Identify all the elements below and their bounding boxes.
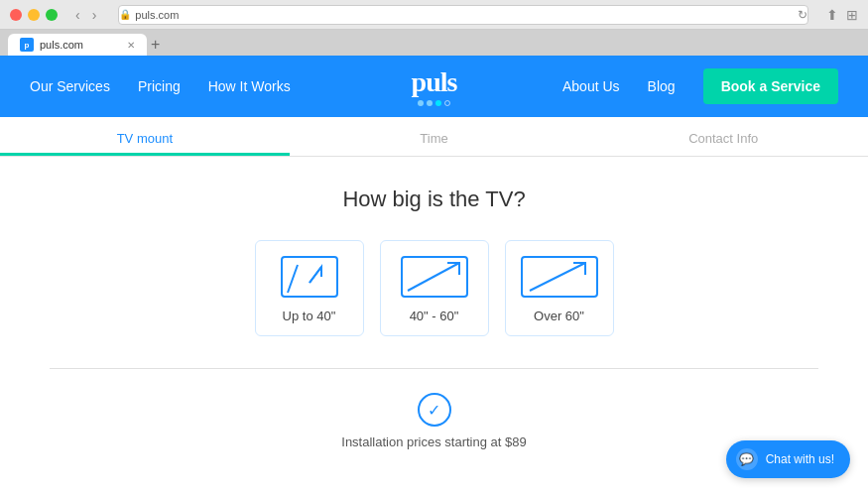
svg-line-1	[288, 265, 298, 293]
tv-option-medium[interactable]: 40" - 60"	[380, 240, 489, 336]
nav-links-right: About Us Blog Book a Service	[456, 68, 838, 104]
step-time[interactable]: Time	[290, 117, 579, 156]
divider	[50, 368, 818, 369]
close-button[interactable]	[10, 9, 22, 21]
chat-label: Chat with us!	[766, 452, 834, 466]
tab-close-button[interactable]: ✕	[127, 40, 135, 51]
chat-bubble-icon: 💬	[736, 448, 758, 470]
maximize-button[interactable]	[46, 9, 58, 21]
check-circle-icon: ✓	[418, 393, 451, 427]
logo-container[interactable]: puls	[412, 66, 457, 106]
address-bar[interactable]: 🔒 puls.com ↻	[118, 5, 808, 25]
tv-small-icon	[280, 255, 339, 299]
price-text: Installation prices starting at $89	[341, 434, 526, 449]
logo-dot-2	[427, 100, 433, 106]
logo-dots	[412, 100, 457, 106]
browser-chrome: ‹ › 🔒 puls.com ↻ ⬆ ⊞	[0, 0, 868, 30]
refresh-icon[interactable]: ↻	[798, 8, 807, 22]
tab-favicon: p	[20, 38, 34, 52]
chat-widget[interactable]: 💬 Chat with us!	[726, 440, 850, 478]
logo-dot-3	[435, 100, 441, 106]
forward-button[interactable]: ›	[88, 7, 101, 23]
nav-about-us[interactable]: About Us	[562, 78, 620, 94]
question-title: How big is the TV?	[20, 186, 848, 212]
nav-our-services[interactable]: Our Services	[30, 78, 110, 94]
active-tab[interactable]: p puls.com ✕	[8, 34, 147, 56]
price-section: ✓ Installation prices starting at $89	[20, 393, 848, 449]
tab-bar: p puls.com ✕ +	[0, 30, 868, 56]
new-tab-button[interactable]: +	[151, 36, 160, 54]
svg-line-2	[310, 267, 321, 283]
svg-line-6	[530, 263, 585, 291]
tv-large-label: Over 60"	[534, 309, 584, 323]
tv-medium-icon	[400, 255, 469, 299]
step-contact-info[interactable]: Contact Info	[578, 117, 868, 156]
svg-rect-0	[282, 257, 337, 297]
nav-blog[interactable]: Blog	[648, 78, 676, 94]
logo-dot-4	[444, 100, 450, 106]
tv-large-icon	[520, 255, 599, 299]
tv-small-label: Up to 40"	[283, 309, 336, 323]
step-tv-mount[interactable]: TV mount	[0, 117, 290, 156]
browser-actions: ⬆ ⊞	[826, 7, 858, 23]
tv-option-small[interactable]: Up to 40"	[255, 240, 364, 336]
progress-steps: TV mount Time Contact Info	[0, 117, 868, 157]
svg-line-4	[408, 263, 459, 291]
site-container: Our Services Pricing How It Works puls A…	[0, 56, 868, 496]
nav-how-it-works[interactable]: How It Works	[208, 78, 291, 94]
tv-option-large[interactable]: Over 60"	[505, 240, 614, 336]
main-navigation: Our Services Pricing How It Works puls A…	[0, 56, 868, 117]
browser-nav: ‹ ›	[71, 7, 100, 23]
share-icon[interactable]: ⬆	[826, 7, 838, 23]
tab-title: puls.com	[40, 39, 83, 51]
nav-pricing[interactable]: Pricing	[138, 78, 181, 94]
url-text: puls.com	[135, 9, 179, 21]
nav-links-left: Our Services Pricing How It Works	[30, 78, 412, 94]
back-button[interactable]: ‹	[71, 7, 84, 23]
minimize-button[interactable]	[28, 9, 40, 21]
sidebar-icon[interactable]: ⊞	[846, 7, 858, 23]
tv-medium-label: 40" - 60"	[410, 309, 459, 323]
lock-icon: 🔒	[119, 9, 131, 20]
book-service-button[interactable]: Book a Service	[703, 68, 838, 104]
main-content: How big is the TV? Up to 40"	[0, 157, 868, 479]
logo-text: puls	[412, 66, 457, 98]
tv-options: Up to 40" 40" - 60" Over 60"	[20, 240, 848, 336]
logo-dot-1	[418, 100, 424, 106]
